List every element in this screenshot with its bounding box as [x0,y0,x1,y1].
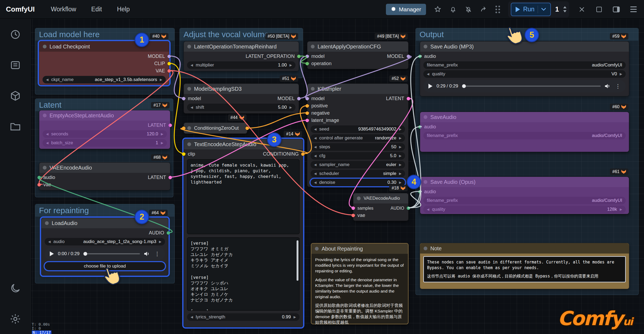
collapse-dot[interactable] [43,114,47,117]
slot-dot-vae[interactable] [37,183,41,187]
collapse-dot[interactable] [187,126,191,130]
volume-icon[interactable] [144,251,150,256]
slot-dot-audio[interactable] [37,176,41,179]
slot-dot-audio[interactable] [418,55,422,58]
node-save-audio-opus[interactable]: #61 Save Audio (Opus) audio filename_pre… [420,177,629,214]
collapse-dot[interactable] [311,45,315,48]
lyrics-textarea[interactable]: [verse] フワフワ オミミガ ユレユレ カゼノナカ キラキラ アオイメ ミ… [187,237,300,311]
bell-icon[interactable] [449,6,457,13]
quality-widget[interactable]: quality128k [423,206,626,213]
note-text[interactable]: These nodes can save audio in different … [423,256,626,282]
menu-help[interactable]: Help [117,6,130,13]
node-empty-ace-step-latent-audio[interactable]: #17 EmptyAceStepLatentAudio LATENT secon… [39,110,170,149]
node-header[interactable]: LoadAudio [41,218,168,228]
slot-dot-latent-operation[interactable] [297,55,301,58]
node-canvas[interactable]: Load model here Latent For repainting Ad… [0,0,644,334]
node-header[interactable]: VAEDecodeAudio [353,193,408,203]
slot-dot-conditioning-in[interactable] [182,126,185,130]
slot-dot-latent[interactable] [407,97,410,100]
node-header[interactable]: KSampler [307,84,408,94]
slot-dot-conditioning[interactable] [301,152,305,156]
play-button[interactable] [50,251,54,256]
collapse-dot[interactable] [424,45,427,48]
slot-dot-audio[interactable] [407,206,410,210]
step-down-icon[interactable] [563,10,566,12]
tags-textarea[interactable]: anime, cute female vocals, kawaii pop, j… [187,159,300,234]
cfg-widget[interactable]: cfg5.0 [311,152,405,160]
filename-prefix-widget[interactable]: filename_prefixaudio/ComfyUI [423,197,626,204]
menu-icon[interactable] [629,5,638,14]
slot-dot-negative[interactable] [305,111,309,115]
node-vae-decode-audio[interactable]: #18 VAEDecodeAudio samples AUDIO vae [353,193,409,221]
audio-player[interactable]: 0:00 / 0:29 ⋮ [45,248,165,260]
slot-dot-latent[interactable] [168,124,172,127]
node-library-icon[interactable] [9,90,21,103]
node-header[interactable]: TextEncodeAceStepAudio [184,139,303,149]
lyrics-scrollbar[interactable] [297,240,298,281]
queue-icon[interactable] [9,59,21,72]
collapse-dot[interactable] [311,87,315,91]
star-icon[interactable] [434,6,441,13]
chevron-down-icon[interactable] [541,8,546,11]
volume-icon[interactable] [605,83,611,89]
menu-workflow[interactable]: Workflow [51,6,76,13]
node-latent-apply-operation-cfg[interactable]: #49 [BETA] LatentApplyOperationCFG model… [307,41,409,69]
node-save-audio-mp3[interactable]: #59 Save Audio (MP3) audio filename_pref… [420,41,629,96]
node-header[interactable]: About Repainting [311,244,408,254]
collapse-dot[interactable] [187,45,191,48]
sampler-name-widget[interactable]: sampler_nameeuler [311,161,405,168]
node-note[interactable]: Note These nodes can save audio in diffe… [420,243,629,289]
collapse-dot[interactable] [424,115,427,119]
collapse-dot[interactable] [43,166,47,170]
scheduler-widget[interactable]: schedulersimple [311,170,405,177]
collapse-dot[interactable] [357,196,361,200]
collapse-dot[interactable] [43,45,47,48]
slot-dot-clip[interactable] [167,62,171,65]
seek-knob[interactable] [462,84,466,88]
slot-dot-operation[interactable] [305,62,309,65]
theme-moon-icon[interactable] [9,282,21,295]
node-header[interactable]: Load Checkpoint [39,41,169,52]
node-header[interactable]: VAEEncodeAudio [39,163,170,173]
seconds-widget[interactable]: seconds120.0 [43,130,167,138]
seek-knob[interactable] [83,252,87,256]
menu-edit[interactable]: Edit [91,6,102,13]
node-header[interactable]: SaveAudio [420,112,629,122]
lyrics-strength-widget[interactable]: lyrics_strength0.99 [187,313,300,321]
history-icon[interactable] [9,29,21,41]
close-icon[interactable] [577,5,586,14]
quality-widget[interactable]: qualityV0 [423,70,626,78]
slot-dot-model[interactable] [407,55,410,58]
slot-dot-audio[interactable] [418,190,422,194]
node-save-audio[interactable]: #60 SaveAudio audio filename_prefixaudio… [420,112,629,152]
control-after-generate-widget[interactable]: control after generaterandomize [311,134,405,142]
audio-file-widget[interactable]: audioaudio_ace_step_1_t2a_song-1.mp3 [45,238,165,245]
collapse-dot[interactable] [187,87,191,91]
collapse-dot[interactable] [45,221,49,225]
slot-dot-model[interactable] [305,97,309,100]
collapse-dot[interactable] [187,142,191,146]
node-ksampler[interactable]: #52 KSampler model LATENT positive negat… [307,83,409,187]
node-about-repainting-note[interactable]: About Repainting Providing the lyrics of… [311,243,409,324]
player-seekbar[interactable] [462,86,601,87]
slot-dot-audio[interactable] [418,125,422,129]
slot-dot-model[interactable] [167,55,171,58]
node-header[interactable]: ConditioningZeroOut [184,123,247,133]
node-model-sampling-sd3[interactable]: #51 ModelSamplingSD3 model MODEL shift5.… [184,83,299,114]
slot-dot-model[interactable] [182,97,185,100]
panel-toggle-icon[interactable] [612,5,621,14]
node-conditioning-zero-out[interactable]: #44 ConditioningZeroOut [184,122,247,134]
node-header[interactable]: EmptyAceStepLatentAudio [39,110,170,121]
ckpt-name-widget[interactable]: ckpt_nameace_step_v1_3.5b.safetensors [43,76,166,83]
shift-widget[interactable]: shift5.00 [187,104,295,111]
slot-dot-model[interactable] [305,55,309,58]
collapse-dot[interactable] [424,247,427,250]
node-header[interactable]: Save Audio (Opus) [420,177,629,187]
slot-dot-samples[interactable] [351,206,355,210]
slot-dot-positive[interactable] [305,104,309,108]
node-header[interactable]: Save Audio (MP3) [420,41,629,52]
collapse-dot[interactable] [315,247,319,251]
maximize-icon[interactable] [594,5,604,14]
slot-dot-vae[interactable] [351,214,355,217]
slot-dot-conditioning-out[interactable] [245,126,249,130]
